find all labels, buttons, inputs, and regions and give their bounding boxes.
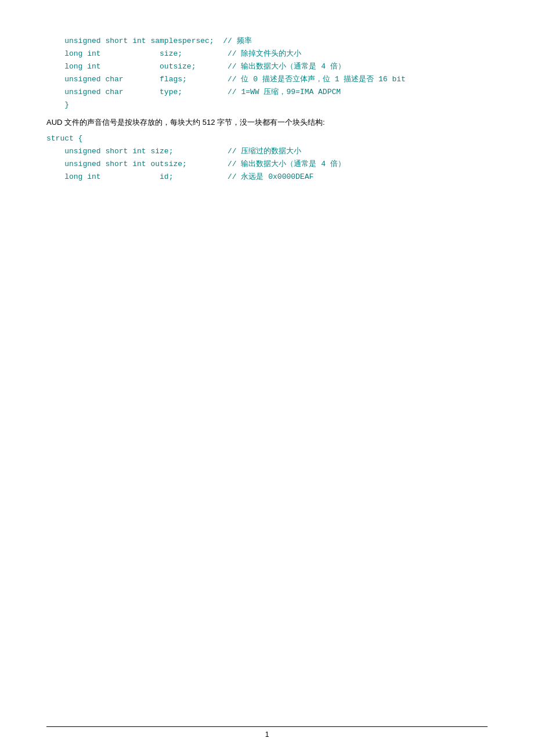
code-line-5: unsigned char type; // 1=WW 压缩，99=IMA AD… xyxy=(46,86,488,99)
block-text-1: unsigned short int size; // 压缩过的数据大小 xyxy=(46,145,301,158)
prose-aud-description: AUD 文件的声音信号是按块存放的，每块大约 512 字节，没一块都有一个块头结… xyxy=(46,116,488,129)
page-footer: 1 xyxy=(0,726,534,739)
code-text-2: long int size; // 除掉文件头的大小 xyxy=(46,48,301,60)
code-line-4: unsigned char flags; // 位 0 描述是否立体声，位 1 … xyxy=(46,73,488,86)
block-line-3: long int id; // 永远是 0x0000DEAF xyxy=(46,171,488,183)
struct-open-text: struct { xyxy=(46,132,82,145)
struct-open-line: struct { xyxy=(46,132,488,145)
code-line-2: long int size; // 除掉文件头的大小 xyxy=(46,48,488,60)
footer-divider xyxy=(46,726,488,727)
page-number: 1 xyxy=(265,730,269,739)
code-line-3: long int outsize; // 输出数据大小（通常是 4 倍） xyxy=(46,60,488,73)
code-line-1: unsigned short int samplespersec; // 频率 xyxy=(46,35,488,48)
code-text-4: unsigned char flags; // 位 0 描述是否立体声，位 1 … xyxy=(46,73,406,86)
block-text-2: unsigned short int outsize; // 输出数据大小（通常… xyxy=(46,158,345,171)
page: unsigned short int samplespersec; // 频率 … xyxy=(0,0,534,756)
block-line-2: unsigned short int outsize; // 输出数据大小（通常… xyxy=(46,158,488,171)
block-line-1: unsigned short int size; // 压缩过的数据大小 xyxy=(46,145,488,158)
code-text-5: unsigned char type; // 1=WW 压缩，99=IMA AD… xyxy=(46,86,341,99)
code-block-header: unsigned short int samplespersec; // 频率 … xyxy=(46,35,488,112)
code-line-6: } xyxy=(46,99,488,111)
block-text-3: long int id; // 永远是 0x0000DEAF xyxy=(46,171,313,183)
code-text-3: long int outsize; // 输出数据大小（通常是 4 倍） xyxy=(46,60,345,73)
code-text-6: } xyxy=(46,99,69,111)
code-text-1: unsigned short int samplespersec; // 频率 xyxy=(46,35,252,48)
code-block-struct: struct { unsigned short int size; // 压缩过… xyxy=(46,132,488,183)
